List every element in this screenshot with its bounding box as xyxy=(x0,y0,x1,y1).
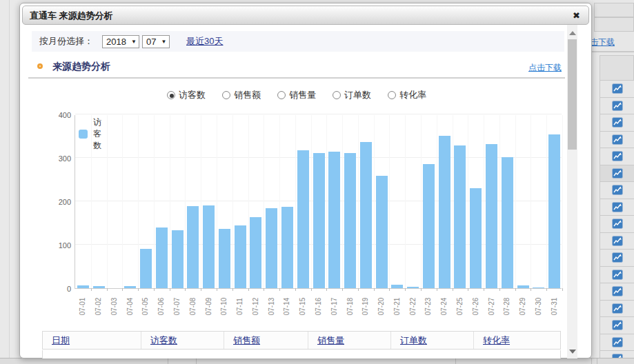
metric-radio-订单数[interactable]: 订单数 xyxy=(333,89,371,101)
table-header-link-订单数[interactable]: 订单数 xyxy=(400,334,427,347)
x-axis-tick-label: 07-18 xyxy=(346,294,353,320)
radio-label: 销售量 xyxy=(289,89,316,101)
bar-07-05 xyxy=(140,249,152,288)
radio-button-icon[interactable] xyxy=(388,91,396,99)
x-axis-tick-label: 07-19 xyxy=(361,294,369,320)
trend-chart-icon[interactable] xyxy=(612,168,623,179)
modal-scrollbar[interactable] xyxy=(567,25,577,358)
radio-button-icon[interactable] xyxy=(167,91,175,99)
scroll-up-icon[interactable] xyxy=(569,31,576,35)
y-axis-tick-label: 100 xyxy=(46,241,71,250)
x-axis-tick-label: 07-01 xyxy=(79,294,86,320)
background-table-row xyxy=(600,216,634,233)
chevron-down-icon: ▼ xyxy=(161,39,166,45)
trend-chart-icon[interactable] xyxy=(612,134,623,145)
trend-chart-icon[interactable] xyxy=(612,236,623,246)
trend-chart-icon[interactable] xyxy=(612,117,623,128)
bar-07-10 xyxy=(219,229,230,288)
bar-07-25 xyxy=(454,145,466,288)
metric-radio-销售额[interactable]: 销售额 xyxy=(222,89,261,101)
chart-plot-area xyxy=(75,115,562,289)
section-bullet-icon xyxy=(37,63,43,69)
table-header-link-销售量[interactable]: 销售量 xyxy=(317,334,344,347)
radio-button-icon[interactable] xyxy=(277,91,286,99)
background-table-row xyxy=(600,317,634,334)
metric-radio-转化率[interactable]: 转化率 xyxy=(388,89,426,101)
data-table-row xyxy=(42,350,561,358)
month-select[interactable]: 07 ▼ xyxy=(142,35,170,48)
x-axis-tick-label: 07-23 xyxy=(424,294,432,320)
table-header-link-转化率[interactable]: 转化率 xyxy=(483,334,510,347)
bar-07-16 xyxy=(313,153,325,288)
trend-chart-icon[interactable] xyxy=(612,202,623,212)
trend-chart-icon[interactable] xyxy=(612,151,623,161)
last-30-days-link[interactable]: 最近30天 xyxy=(186,31,223,52)
trend-chart-icon[interactable] xyxy=(612,83,623,94)
radio-button-icon[interactable] xyxy=(222,91,230,99)
table-header-cell: 转化率 xyxy=(474,332,560,349)
trend-chart-icon[interactable] xyxy=(612,320,623,330)
scroll-down-icon[interactable] xyxy=(569,350,576,354)
x-axis-tick-label: 07-31 xyxy=(550,294,557,320)
background-table-row xyxy=(600,250,634,267)
metric-radio-销售量[interactable]: 销售量 xyxy=(277,89,316,101)
trend-chart-icon[interactable] xyxy=(612,286,623,296)
x-axis-tick-label: 07-27 xyxy=(487,294,495,320)
trend-chart-icon[interactable] xyxy=(612,185,623,195)
x-axis-tick-label: 07-28 xyxy=(503,294,511,320)
radio-label: 访客数 xyxy=(179,89,206,101)
trend-chart-icon[interactable] xyxy=(612,252,623,263)
table-header-link-销售额[interactable]: 销售额 xyxy=(233,334,260,347)
background-table-row xyxy=(600,199,634,216)
background-table-row xyxy=(600,283,634,301)
x-axis-tick-label: 07-10 xyxy=(220,294,228,320)
year-select[interactable]: 2018 ▼ xyxy=(102,35,139,48)
metric-radio-group: 访客数销售额销售量订单数转化率 xyxy=(28,89,565,101)
trend-chart-icon[interactable] xyxy=(612,219,623,229)
metric-radio-访客数[interactable]: 访客数 xyxy=(167,89,206,101)
scrollbar-thumb[interactable] xyxy=(568,39,577,150)
filter-bar: 按月份选择： 2018 ▼ 07 ▼ 最近30天 xyxy=(32,31,564,52)
trend-chart-icon[interactable] xyxy=(612,270,623,280)
download-link[interactable]: 点击下载 xyxy=(528,62,562,74)
section-title: 来源趋势分析 xyxy=(52,61,110,73)
x-axis-tick-label: 07-21 xyxy=(393,294,400,320)
bar-07-02 xyxy=(93,286,105,288)
dialog-titlebar: 直通车 来源趋势分析 ✖ xyxy=(22,6,589,25)
trend-chart-icon[interactable] xyxy=(612,337,623,347)
background-panel-divider xyxy=(9,0,10,364)
bar-07-26 xyxy=(470,188,482,288)
bar-07-17 xyxy=(328,152,340,288)
background-panel: 点击下载 xyxy=(592,0,634,364)
trend-analysis-dialog: 直通车 来源趋势分析 ✖ 按月份选择： 2018 ▼ 07 ▼ 最近30天 来源… xyxy=(19,3,592,358)
trend-chart-icon[interactable] xyxy=(612,303,623,314)
year-select-value: 2018 xyxy=(106,37,126,47)
background-table-row xyxy=(600,267,634,284)
table-header-cell: 访客数 xyxy=(141,332,224,349)
table-header-cell: 订单数 xyxy=(391,332,474,349)
background-table-row xyxy=(600,301,634,318)
x-axis-tick-label: 07-30 xyxy=(534,294,542,320)
trend-chart-icon[interactable] xyxy=(612,101,623,111)
background-table-row xyxy=(600,165,634,183)
radio-label: 销售额 xyxy=(234,89,261,101)
radio-button-icon[interactable] xyxy=(333,91,341,99)
bar-07-15 xyxy=(297,150,309,288)
table-header-link-日期[interactable]: 日期 xyxy=(52,334,70,347)
background-table-row xyxy=(600,182,634,199)
background-table-row xyxy=(600,132,634,149)
bar-07-23 xyxy=(423,164,435,288)
bar-07-08 xyxy=(187,206,199,288)
section-header: 来源趋势分析 点击下载 xyxy=(37,61,574,76)
x-axis-tick-label: 07-03 xyxy=(110,294,117,320)
close-icon[interactable]: ✖ xyxy=(571,10,582,21)
table-header-link-访客数[interactable]: 访客数 xyxy=(150,334,177,347)
bar-07-04 xyxy=(124,286,136,288)
radio-label: 订单数 xyxy=(344,89,371,101)
x-axis-tick-label: 07-06 xyxy=(157,294,165,320)
x-axis-tick-label: 07-11 xyxy=(236,294,244,320)
x-axis-tick-label: 07-22 xyxy=(408,294,416,320)
bar-07-09 xyxy=(203,205,215,288)
x-axis-tick-label: 07-24 xyxy=(440,294,448,320)
x-axis-tick-label: 07-29 xyxy=(519,294,526,320)
